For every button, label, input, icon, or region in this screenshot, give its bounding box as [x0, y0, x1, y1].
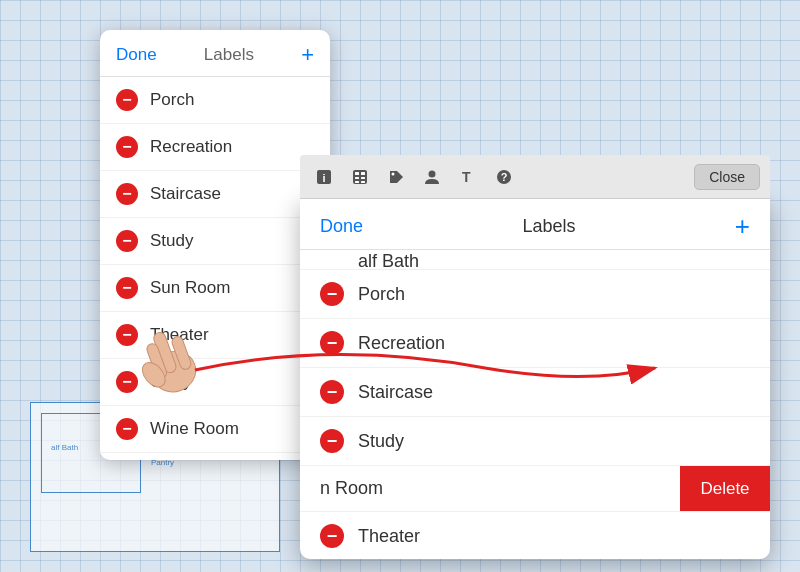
- bg-labels-list: − Porch − Recreation − Staircase − Study…: [100, 77, 330, 453]
- list-item[interactable]: − Porch: [300, 270, 770, 319]
- delete-button[interactable]: Delete: [680, 466, 770, 511]
- minus-icon[interactable]: −: [320, 331, 344, 355]
- list-item[interactable]: − Recreation: [300, 319, 770, 368]
- bg-done-button[interactable]: Done: [116, 45, 157, 65]
- partial-scroll-item: alf Bath: [300, 250, 770, 270]
- svg-rect-4: [361, 172, 365, 175]
- minus-icon[interactable]: −: [320, 524, 344, 548]
- item-label: Porch: [358, 284, 405, 305]
- minus-icon[interactable]: −: [116, 418, 138, 440]
- fg-panel-header: Done Labels +: [300, 199, 770, 250]
- list-item[interactable]: − Study: [300, 417, 770, 466]
- list-item[interactable]: − Theater: [100, 312, 330, 359]
- floorplan-label1: alf Bath: [51, 443, 78, 452]
- svg-rect-5: [355, 177, 359, 179]
- minus-icon[interactable]: −: [116, 136, 138, 158]
- list-item[interactable]: − Staircase: [100, 171, 330, 218]
- item-label: Theater: [150, 325, 209, 345]
- item-label: Staircase: [150, 184, 221, 204]
- item-label: Porch: [150, 90, 194, 110]
- minus-icon[interactable]: −: [320, 429, 344, 453]
- svg-rect-3: [355, 172, 359, 175]
- minus-icon[interactable]: −: [320, 282, 344, 306]
- calculator-icon[interactable]: [346, 163, 374, 191]
- svg-text:T: T: [462, 169, 471, 185]
- list-item[interactable]: − Sun Room: [100, 265, 330, 312]
- list-item[interactable]: − Wine Room: [100, 406, 330, 453]
- tag-icon[interactable]: [382, 163, 410, 191]
- close-button[interactable]: Close: [694, 164, 760, 190]
- svg-text:i: i: [322, 172, 325, 184]
- toolbar: i T ? Close: [300, 155, 770, 199]
- fg-labels-list: − Porch − Recreation − Staircase − Study…: [300, 270, 770, 559]
- fg-add-button[interactable]: +: [735, 213, 750, 239]
- info-icon[interactable]: i: [310, 163, 338, 191]
- minus-icon[interactable]: −: [116, 89, 138, 111]
- bg-panel-title: Labels: [157, 45, 302, 65]
- item-label: Staircase: [358, 382, 433, 403]
- minus-icon[interactable]: −: [116, 371, 138, 393]
- svg-rect-8: [361, 181, 365, 183]
- svg-rect-6: [361, 177, 365, 179]
- list-item[interactable]: − Utility: [100, 359, 330, 406]
- list-item[interactable]: − Theater: [300, 512, 770, 559]
- item-label: Utility: [150, 372, 192, 392]
- minus-icon[interactable]: −: [116, 324, 138, 346]
- minus-icon[interactable]: −: [320, 380, 344, 404]
- item-label: Theater: [358, 526, 420, 547]
- list-item[interactable]: − Porch: [100, 77, 330, 124]
- person-icon[interactable]: [418, 163, 446, 191]
- background-panel: Done Labels + − Porch − Recreation − Sta…: [100, 30, 330, 460]
- list-item[interactable]: − Recreation: [100, 124, 330, 171]
- foreground-panel: Done Labels + alf Bath − Porch − Recreat…: [300, 199, 770, 559]
- svg-point-10: [429, 170, 436, 177]
- item-label: Study: [150, 231, 193, 251]
- minus-icon[interactable]: −: [116, 183, 138, 205]
- svg-point-9: [392, 172, 395, 175]
- bg-panel-header: Done Labels +: [100, 30, 330, 77]
- minus-icon[interactable]: −: [116, 277, 138, 299]
- partial-item-text: alf Bath: [358, 251, 419, 270]
- fg-panel-title: Labels: [363, 216, 735, 237]
- item-label: Recreation: [358, 333, 445, 354]
- item-label: Sun Room: [150, 278, 230, 298]
- svg-rect-7: [355, 181, 359, 183]
- list-item-swiped[interactable]: n Room Delete: [300, 466, 770, 512]
- item-label: Study: [358, 431, 404, 452]
- item-label: n Room: [320, 478, 383, 499]
- list-item[interactable]: − Staircase: [300, 368, 770, 417]
- list-item[interactable]: − Study: [100, 218, 330, 265]
- svg-text:?: ?: [501, 171, 508, 183]
- help-icon[interactable]: ?: [490, 163, 518, 191]
- bg-add-button[interactable]: +: [301, 44, 314, 66]
- item-label: Wine Room: [150, 419, 239, 439]
- text-icon[interactable]: T: [454, 163, 482, 191]
- minus-icon[interactable]: −: [116, 230, 138, 252]
- fg-done-button[interactable]: Done: [320, 216, 363, 237]
- item-label: Recreation: [150, 137, 232, 157]
